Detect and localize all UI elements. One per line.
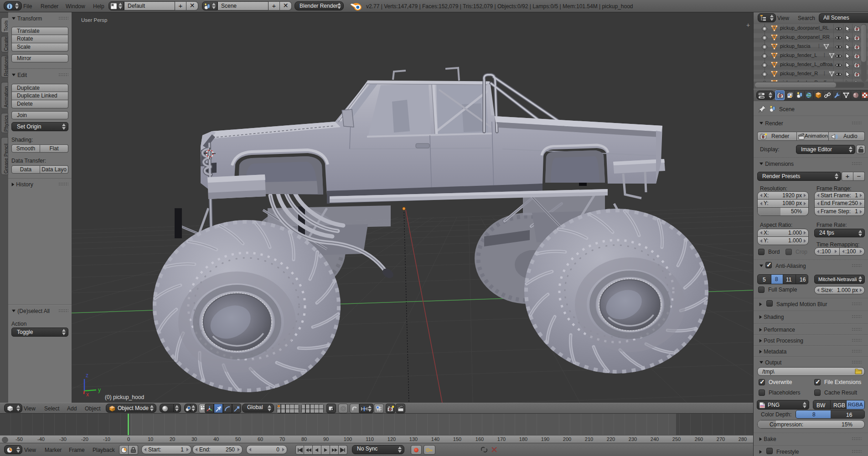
svg-text:x: x (86, 391, 89, 398)
svg-text:(0) pickup_hood: (0) pickup_hood (105, 394, 144, 400)
svg-text:z: z (86, 372, 88, 379)
svg-text:User Persp: User Persp (81, 17, 108, 23)
svg-text:i: i (9, 4, 10, 9)
svg-text:+: + (746, 21, 750, 29)
svg-text:y: y (98, 387, 101, 393)
